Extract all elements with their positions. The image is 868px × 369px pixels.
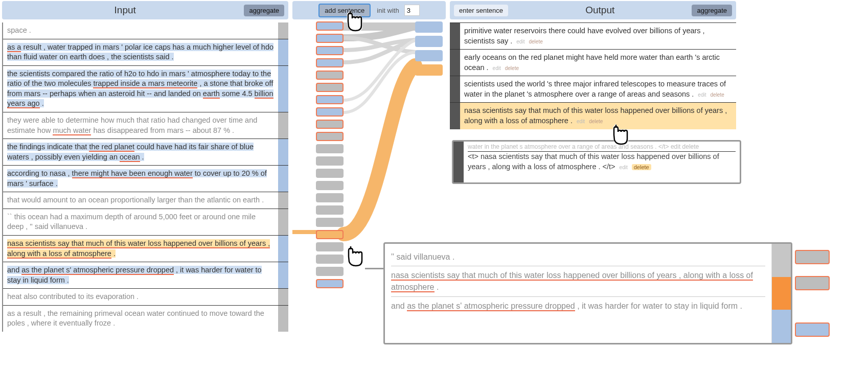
proxy-box[interactable] xyxy=(316,267,344,276)
output-inset-content: water in the planet s atmosphere over a … xyxy=(464,142,740,182)
output-aggregate-button[interactable]: aggregate xyxy=(692,5,732,16)
delete-button[interactable]: delete xyxy=(505,65,519,71)
proxy-box[interactable] xyxy=(316,193,344,202)
input-row[interactable]: that would amount to an ocean proportion… xyxy=(3,192,288,209)
input-row-bar xyxy=(278,112,288,139)
input-row[interactable]: as a result , the remaining primeval oce… xyxy=(3,305,288,332)
proxy-box[interactable] xyxy=(316,46,344,55)
input-row[interactable]: space . xyxy=(3,22,288,39)
output-row-bar xyxy=(450,23,460,49)
output-row-bar xyxy=(450,103,460,129)
delete-button[interactable]: delete xyxy=(589,119,603,124)
init-with-label: init with xyxy=(377,7,399,14)
init-with-input[interactable] xyxy=(404,5,420,16)
edit-button[interactable]: edit xyxy=(698,92,706,98)
input-row[interactable]: heat also contributed to its evaporation… xyxy=(3,288,288,305)
output-row-text: scientists used the world 's three major… xyxy=(460,76,736,102)
proxy-box[interactable] xyxy=(316,156,344,166)
delete-button[interactable]: delete xyxy=(632,164,651,170)
delete-button[interactable]: delete xyxy=(711,92,724,98)
input-row-text: the findings indicate that the red plane… xyxy=(3,139,278,165)
proxy-box[interactable] xyxy=(316,34,344,43)
delete-button[interactable]: delete xyxy=(529,39,542,44)
big-inset: '' said villanueva .nasa scientists say … xyxy=(383,242,792,344)
input-row[interactable]: and as the planet s' atmospheric pressur… xyxy=(3,262,288,288)
proxy-box[interactable] xyxy=(316,181,344,190)
proxy-box[interactable] xyxy=(316,132,344,141)
proxy-box[interactable] xyxy=(795,250,830,264)
proxy-box[interactable] xyxy=(316,58,344,67)
output-title: Output xyxy=(508,5,692,16)
edit-button[interactable]: edit xyxy=(516,39,524,44)
input-row-bar xyxy=(278,236,288,262)
input-title: Input xyxy=(6,5,244,16)
input-row-text: they were able to determine how much tha… xyxy=(3,112,278,139)
output-row-bar xyxy=(450,76,460,102)
output-row-bar xyxy=(450,50,460,76)
proxy-box[interactable] xyxy=(316,242,344,251)
proxy-box[interactable] xyxy=(415,36,443,47)
proxy-box[interactable] xyxy=(795,322,830,337)
input-row-bar xyxy=(278,39,288,65)
input-row-bar xyxy=(278,166,288,192)
proxy-box[interactable] xyxy=(415,21,443,33)
proxy-box[interactable] xyxy=(795,276,830,290)
enter-sentence-button[interactable]: enter sentence xyxy=(454,5,508,16)
input-row[interactable]: the scientists compared the ratio of h2o… xyxy=(3,65,288,112)
big-inset-row: nasa scientists say that much of this wa… xyxy=(391,266,765,296)
input-row-bar xyxy=(278,139,288,165)
big-inset-row: and as the planet s' atmospheric pressur… xyxy=(391,296,765,315)
input-row[interactable]: as a result , water trapped in mars ' po… xyxy=(3,39,288,65)
edit-button[interactable]: edit xyxy=(493,65,501,71)
barseg-blue xyxy=(772,310,791,343)
proxy-box[interactable] xyxy=(316,95,344,104)
input-row[interactable]: they were able to determine how much tha… xyxy=(3,112,288,139)
output-row[interactable]: nasa scientists say that much of this wa… xyxy=(450,102,736,129)
proxy-box[interactable] xyxy=(316,107,344,117)
edit-button[interactable]: edit xyxy=(620,165,628,170)
input-row-text: nasa scientists say that much of this wa… xyxy=(3,236,278,262)
input-row-text: and as the planet s' atmospheric pressur… xyxy=(3,262,278,288)
input-body: space .as a result , water trapped in ma… xyxy=(2,22,288,332)
input-row-bar xyxy=(278,306,288,332)
proxy-box[interactable] xyxy=(415,64,443,76)
output-row[interactable]: scientists used the world 's three major… xyxy=(450,76,736,102)
input-header: Input aggregate xyxy=(2,1,288,19)
proxy-right xyxy=(415,21,443,79)
big-inset-text: '' said villanueva .nasa scientists say … xyxy=(385,244,771,343)
proxy-box[interactable] xyxy=(316,83,344,92)
output-body: primitive water reservoirs there could h… xyxy=(450,22,736,129)
output-row[interactable]: primitive water reservoirs there could h… xyxy=(450,22,736,49)
proxy-box[interactable] xyxy=(316,144,344,153)
output-inset-clipped: water in the planet s atmosphere over a … xyxy=(468,143,736,152)
proxy-box[interactable] xyxy=(316,218,344,227)
input-row-text: the scientists compared the ratio of h2o… xyxy=(3,66,278,112)
input-row[interactable]: nasa scientists say that much of this wa… xyxy=(3,235,288,262)
output-row-text: early oceans on the red planet might hav… xyxy=(460,50,736,76)
input-row[interactable]: according to nasa , there might have bee… xyxy=(3,165,288,192)
proxy-box[interactable] xyxy=(316,169,344,178)
proxy-box[interactable] xyxy=(316,255,344,264)
edit-button[interactable]: edit xyxy=(577,119,585,124)
input-row-bar xyxy=(278,22,288,39)
proxy-box[interactable] xyxy=(316,21,344,31)
big-inset-bars xyxy=(771,244,791,343)
barseg xyxy=(772,244,791,277)
proxy-box[interactable] xyxy=(316,71,344,80)
add-sentence-button[interactable]: add sentence xyxy=(318,4,371,17)
proxy-box[interactable] xyxy=(316,279,344,288)
input-row[interactable]: `` this ocean had a maximum depth of aro… xyxy=(3,209,288,235)
barseg-orange xyxy=(772,277,791,310)
proxy-box[interactable] xyxy=(316,230,344,239)
output-row[interactable]: early oceans on the red planet might hav… xyxy=(450,49,736,76)
input-row-text: according to nasa , there might have bee… xyxy=(3,166,278,192)
proxy-box[interactable] xyxy=(316,120,344,129)
input-row-text: space . xyxy=(3,22,278,39)
proxy-box[interactable] xyxy=(316,205,344,215)
output-row-text: nasa scientists say that much of this wa… xyxy=(460,103,736,129)
proxy-box[interactable] xyxy=(415,50,443,61)
input-aggregate-button[interactable]: aggregate xyxy=(244,5,284,16)
input-row[interactable]: the findings indicate that the red plane… xyxy=(3,139,288,165)
input-row-bar xyxy=(278,66,288,112)
output-inset-bar xyxy=(453,142,464,182)
